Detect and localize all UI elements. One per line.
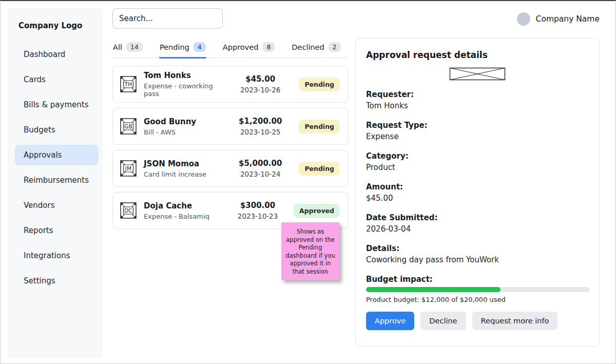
- requester-name: JSON Momoa: [144, 159, 222, 168]
- field-label: Date Submitted:: [366, 212, 589, 223]
- request-date: 2023-10-26: [228, 86, 293, 94]
- sidebar-item-budgets[interactable]: Budgets: [15, 120, 99, 140]
- field-value: $45.00: [366, 193, 589, 204]
- requester-name: Good Bunny: [144, 117, 222, 126]
- user-name: Company Name: [536, 14, 600, 24]
- field-label: Category:: [366, 150, 589, 162]
- request-date: 2023-10-24: [228, 170, 293, 178]
- sidebar-item-cards[interactable]: Cards: [15, 69, 99, 90]
- sticky-note: Shows as approved on the Pending dashboa…: [281, 222, 339, 280]
- requester-name: Tom Honks: [144, 71, 222, 80]
- tab-all-label: All: [113, 43, 122, 51]
- request-card[interactable]: GB Good Bunny Bill - AWS $1,200.00 2023-…: [112, 108, 349, 145]
- sidebar-item-approvals[interactable]: Approvals: [15, 145, 99, 165]
- panel-title: Approval request details: [366, 50, 589, 60]
- sidebar-item-reports[interactable]: Reports: [15, 220, 99, 241]
- tab-approved-label: Approved: [223, 43, 259, 51]
- tab-all-count-badge: 14: [126, 42, 143, 52]
- field-label: Request Type:: [366, 120, 589, 131]
- field-amount: Amount: $45.00: [366, 181, 589, 204]
- avatar-initials: GB: [119, 117, 138, 136]
- avatar-placeholder-icon: DC: [119, 201, 138, 220]
- field-details: Details: Coworking day pass from YouWork: [366, 243, 589, 265]
- sidebar-item-integrations[interactable]: Integrations: [15, 245, 99, 266]
- tab-approved[interactable]: Approved 8: [222, 42, 276, 59]
- request-card[interactable]: JM JSON Momoa Card limit increase $5,000…: [112, 150, 349, 187]
- field-value: Coworking day pass from YouWork: [366, 254, 589, 265]
- request-amount: $5,000.00: [228, 159, 293, 168]
- decline-button[interactable]: Decline: [420, 312, 466, 330]
- tab-declined-label: Declined: [292, 43, 324, 51]
- budget-impact-label: Budget impact:: [366, 274, 589, 285]
- budget-progress-fill: [366, 287, 500, 292]
- field-date-submitted: Date Submitted: 2026-03-04: [366, 212, 589, 235]
- search-input[interactable]: [112, 8, 223, 29]
- request-subtitle: Expense - Balsamiq: [144, 213, 222, 220]
- request-subtitle: Card limit increase: [144, 170, 222, 178]
- sidebar-nav: Dashboard Cards Bills & payments Budgets…: [8, 44, 102, 296]
- request-subtitle: Bill - AWS: [144, 128, 222, 136]
- user-avatar: [517, 12, 530, 26]
- avatar-placeholder-icon: TH: [119, 75, 138, 93]
- app-window: Company Logo Dashboard Cards Bills & pay…: [0, 0, 616, 364]
- budget-progress-bar: [366, 287, 590, 292]
- request-amount: $1,200.00: [228, 117, 293, 126]
- field-label: Details:: [366, 243, 589, 254]
- avatar-initials: TH: [119, 75, 138, 93]
- avatar-placeholder-icon: GB: [119, 117, 138, 136]
- field-label: Amount:: [366, 181, 589, 193]
- field-request-type: Request Type: Expense: [366, 120, 589, 142]
- tab-declined[interactable]: Declined 2: [291, 42, 341, 59]
- request-date: 2023-10-25: [228, 128, 293, 136]
- request-date: 2023-10-23: [228, 212, 287, 220]
- avatar-initials: JM: [119, 159, 138, 178]
- approval-details-panel: Approval request details Requester: Tom …: [355, 38, 600, 347]
- sidebar-item-bills-payments[interactable]: Bills & payments: [15, 94, 99, 115]
- company-logo: Company Logo: [8, 9, 102, 30]
- request-list: TH Tom Honks Expense - coworking pass $4…: [112, 66, 349, 229]
- budget-caption: Product budget: $12,000 of $20,000 used: [366, 296, 589, 303]
- status-tabs: All 14 Pending 4 Approved 8 Declined 2: [112, 42, 349, 58]
- field-category: Category: Product: [366, 150, 589, 173]
- request-card[interactable]: TH Tom Honks Expense - coworking pass $4…: [112, 66, 349, 103]
- status-badge: Pending: [299, 78, 340, 91]
- status-badge: Pending: [299, 162, 340, 176]
- image-placeholder-icon: [449, 67, 506, 81]
- sidebar-item-vendors[interactable]: Vendors: [15, 195, 99, 216]
- user-profile[interactable]: Company Name: [517, 12, 600, 26]
- field-value: 2026-03-04: [366, 223, 589, 235]
- sidebar-item-dashboard[interactable]: Dashboard: [15, 44, 99, 65]
- tab-declined-count-badge: 2: [329, 42, 341, 52]
- tab-pending-label: Pending: [160, 43, 189, 51]
- avatar-placeholder-icon: JM: [119, 159, 138, 178]
- sidebar-item-settings[interactable]: Settings: [15, 271, 99, 291]
- tab-pending[interactable]: Pending 4: [159, 42, 206, 59]
- sidebar-item-reimbursements[interactable]: Reimbursements: [15, 170, 99, 190]
- action-buttons: Approve Decline Request more info: [366, 312, 589, 330]
- field-label: Requester:: [366, 89, 589, 100]
- request-amount: $300.00: [228, 201, 287, 210]
- tab-approved-count-badge: 8: [262, 42, 275, 52]
- status-badge: Approved: [294, 204, 340, 218]
- field-requester: Requester: Tom Honks: [366, 89, 589, 111]
- field-value: Expense: [366, 131, 589, 142]
- field-value: Product: [366, 162, 589, 173]
- avatar-initials: DC: [119, 201, 138, 220]
- field-value: Tom Honks: [366, 100, 589, 111]
- sidebar: Company Logo Dashboard Cards Bills & pay…: [8, 8, 102, 357]
- requester-name: Doja Cache: [144, 201, 222, 210]
- tab-pending-count-badge: 4: [194, 42, 206, 52]
- approve-button[interactable]: Approve: [366, 312, 414, 330]
- status-badge: Pending: [299, 120, 340, 133]
- request-amount: $45.00: [228, 74, 293, 84]
- request-subtitle: Expense - coworking pass: [144, 82, 222, 98]
- tab-all[interactable]: All 14: [112, 42, 143, 59]
- request-more-info-button[interactable]: Request more info: [472, 312, 558, 330]
